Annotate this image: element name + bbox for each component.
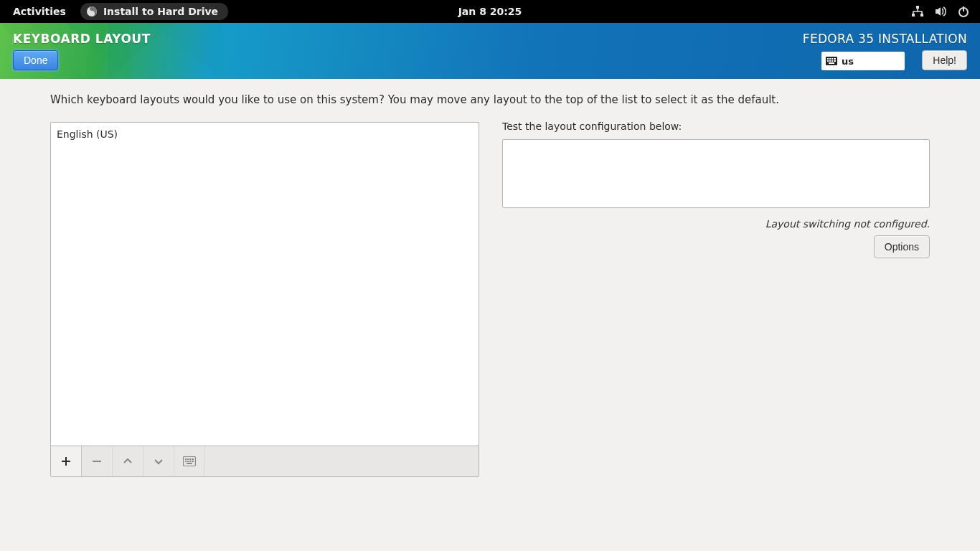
svg-rect-11 [829,60,831,62]
move-down-button [143,446,174,476]
clock[interactable]: Jan 8 20:25 [458,6,522,17]
options-button[interactable]: Options [874,235,930,258]
svg-point-0 [87,6,97,17]
svg-rect-22 [189,461,191,462]
svg-rect-21 [187,461,189,462]
prompt-text: Which keyboard layouts would you like to… [50,93,930,106]
svg-rect-19 [192,458,194,460]
chevron-up-icon [122,456,133,467]
svg-rect-13 [834,60,836,62]
activities-button[interactable]: Activities [6,6,73,17]
test-label: Test the layout configuration below: [502,121,930,132]
svg-rect-3 [920,14,923,17]
preview-layout-button [174,446,205,476]
keyboard-icon [826,57,837,65]
keyboard-outline-icon [183,456,196,466]
add-layout-button[interactable] [51,446,82,476]
content-area: Which keyboard layouts would you like to… [0,79,980,477]
svg-rect-15 [184,457,196,466]
svg-rect-20 [185,461,187,462]
app-pill-label: Install to Hard Drive [103,6,218,17]
minus-icon [91,456,103,467]
network-icon[interactable] [911,5,924,18]
volume-icon[interactable] [934,5,947,18]
layout-list-toolbar [50,446,479,477]
anaconda-icon [86,6,98,17]
done-button[interactable]: Done [13,50,58,70]
move-up-button [113,446,143,476]
svg-rect-18 [189,458,191,460]
page-title: KEYBOARD LAYOUT [13,32,151,46]
remove-layout-button [82,446,113,476]
anaconda-header: KEYBOARD LAYOUT Done FEDORA 35 INSTALLAT… [0,23,980,79]
help-button[interactable]: Help! [922,50,967,70]
svg-rect-6 [827,58,829,60]
test-input[interactable] [502,139,930,208]
keyboard-layout-indicator-label: us [842,56,854,67]
svg-rect-7 [829,58,831,60]
svg-rect-17 [187,458,189,460]
svg-rect-23 [192,461,194,462]
svg-rect-2 [912,14,915,17]
svg-rect-1 [916,6,919,9]
app-pill-install[interactable]: Install to Hard Drive [80,3,228,20]
svg-rect-10 [827,60,829,62]
svg-rect-16 [185,458,187,460]
svg-rect-14 [829,62,834,64]
product-title: FEDORA 35 INSTALLATION [803,32,967,46]
svg-rect-8 [831,58,833,60]
plus-icon [60,456,72,467]
layout-switch-status: Layout switching not configured. [502,218,930,230]
keyboard-layout-item[interactable]: English (US) [57,127,473,141]
svg-rect-24 [187,463,192,464]
svg-rect-5 [826,57,837,65]
svg-rect-9 [834,58,836,60]
gnome-topbar: Activities Install to Hard Drive Jan 8 2… [0,0,980,23]
keyboard-layout-list[interactable]: English (US) [50,122,479,446]
keyboard-layout-indicator[interactable]: us [821,52,905,70]
chevron-down-icon [153,456,164,467]
svg-point-4 [959,8,968,17]
power-icon[interactable] [957,5,970,18]
svg-rect-12 [831,60,833,62]
